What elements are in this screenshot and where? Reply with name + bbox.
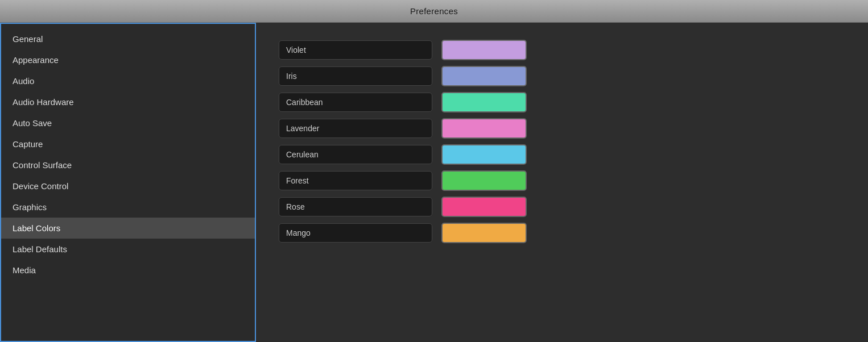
sidebar-item-general[interactable]: General bbox=[1, 28, 255, 49]
color-name-input-lavender[interactable] bbox=[279, 119, 432, 138]
color-swatch-caribbean[interactable] bbox=[441, 92, 527, 112]
color-swatch-rose[interactable] bbox=[441, 197, 527, 217]
sidebar-item-capture[interactable]: Capture bbox=[1, 134, 255, 155]
main-content: GeneralAppearanceAudioAudio HardwareAuto… bbox=[0, 23, 868, 342]
color-swatch-lavender[interactable] bbox=[441, 118, 527, 139]
title-bar: Preferences bbox=[0, 0, 868, 23]
color-name-input-mango[interactable] bbox=[279, 223, 432, 243]
sidebar-item-device-control[interactable]: Device Control bbox=[1, 176, 255, 197]
color-swatch-forest[interactable] bbox=[441, 170, 527, 191]
sidebar-item-appearance[interactable]: Appearance bbox=[1, 49, 255, 70]
sidebar-item-label-colors[interactable]: Label Colors bbox=[1, 218, 255, 239]
color-name-input-cerulean[interactable] bbox=[279, 145, 432, 164]
color-name-input-rose[interactable] bbox=[279, 197, 432, 216]
color-name-input-violet[interactable] bbox=[279, 40, 432, 60]
sidebar-item-audio-hardware[interactable]: Audio Hardware bbox=[1, 91, 255, 112]
sidebar-item-auto-save[interactable]: Auto Save bbox=[1, 112, 255, 134]
color-row-rose bbox=[279, 197, 845, 217]
color-row-mango bbox=[279, 223, 845, 243]
color-row-violet bbox=[279, 40, 845, 60]
sidebar-item-label-defaults[interactable]: Label Defaults bbox=[1, 239, 255, 260]
sidebar: GeneralAppearanceAudioAudio HardwareAuto… bbox=[0, 23, 256, 342]
color-swatch-violet[interactable] bbox=[441, 40, 527, 60]
color-row-lavender bbox=[279, 118, 845, 139]
sidebar-item-graphics[interactable]: Graphics bbox=[1, 197, 255, 218]
color-name-input-forest[interactable] bbox=[279, 171, 432, 190]
sidebar-item-control-surface[interactable]: Control Surface bbox=[1, 155, 255, 176]
sidebar-item-audio[interactable]: Audio bbox=[1, 70, 255, 91]
window-title: Preferences bbox=[410, 6, 458, 16]
sidebar-item-media[interactable]: Media bbox=[1, 260, 255, 281]
color-row-forest bbox=[279, 170, 845, 191]
color-row-caribbean bbox=[279, 92, 845, 112]
content-area bbox=[256, 23, 868, 342]
color-swatch-mango[interactable] bbox=[441, 223, 527, 243]
color-name-input-iris[interactable] bbox=[279, 66, 432, 86]
color-swatch-iris[interactable] bbox=[441, 66, 527, 86]
color-swatch-cerulean[interactable] bbox=[441, 144, 527, 165]
color-row-cerulean bbox=[279, 144, 845, 165]
color-row-iris bbox=[279, 66, 845, 86]
color-name-input-caribbean[interactable] bbox=[279, 93, 432, 112]
